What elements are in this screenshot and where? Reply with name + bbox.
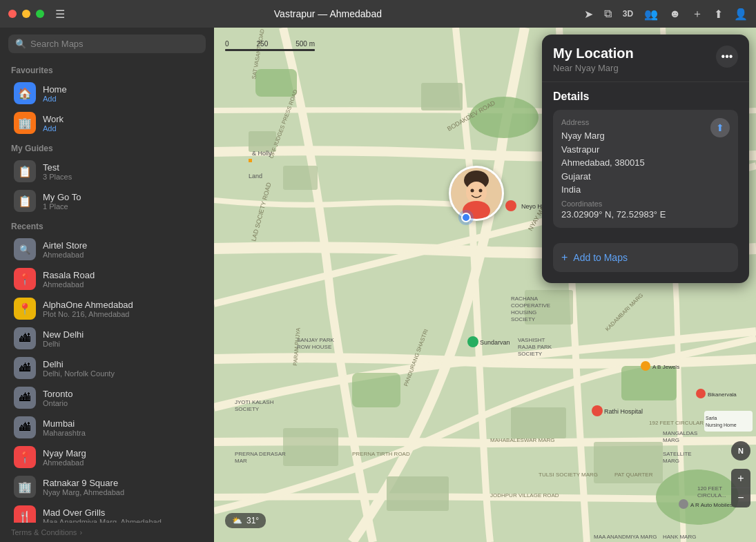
- terms-footer[interactable]: Terms & Conditions ›: [0, 523, 214, 542]
- compass-button[interactable]: N: [731, 441, 750, 461]
- svg-text:SOCIETY: SOCIETY: [511, 316, 536, 322]
- nyaymarg-sub: Ahmedabad: [43, 458, 86, 467]
- add-marker-icon[interactable]: ☻: [669, 8, 681, 20]
- svg-text:Sundarvan: Sundarvan: [480, 339, 510, 346]
- sidebar-item-rasala[interactable]: 📍 Rasala Road Ahmedabad: [4, 264, 210, 293]
- address-share-button[interactable]: ⬆: [710, 118, 730, 137]
- zoom-out-button[interactable]: −: [731, 488, 750, 507]
- ratnakar-sub: Nyay Marg, Ahmedabad: [43, 488, 124, 496]
- svg-point-88: [479, 189, 483, 193]
- nyaymarg-title: Nyay Marg: [43, 448, 86, 458]
- sidebar-item-ratnakar[interactable]: 🏢 Ratnakar 9 Square Nyay Marg, Ahmedabad: [4, 472, 210, 501]
- home-sub: Add: [43, 95, 67, 103]
- svg-text:Rathi Hospital: Rathi Hospital: [604, 408, 643, 415]
- svg-text:VASHISHT: VASHISHT: [518, 337, 545, 343]
- svg-rect-2: [255, 69, 297, 97]
- alphaone-title: AlphaOne Ahmedabad: [43, 300, 133, 310]
- svg-text:MAA ANANDMIYA MARG: MAA ANANDMIYA MARG: [594, 534, 657, 540]
- svg-text:120 FEET: 120 FEET: [697, 485, 722, 492]
- close-button[interactable]: [8, 10, 17, 18]
- more-button[interactable]: •••: [716, 46, 738, 68]
- sidebar-item-madover[interactable]: 🍴 Mad Over Grills Maa Anandmiya Marg, Ah…: [4, 502, 210, 523]
- sidebar-item-nyaymarg[interactable]: 📍 Nyay Marg Ahmedabad: [4, 443, 210, 472]
- location-icon[interactable]: ➤: [584, 8, 593, 21]
- sidebar-toggle-icon[interactable]: ☰: [55, 8, 65, 21]
- newdelhi-text: New Delhi Delhi: [43, 329, 84, 348]
- plus-icon[interactable]: ＋: [692, 7, 703, 21]
- mumbai-icon: 🏙: [14, 416, 36, 438]
- svg-text:MARG: MARG: [663, 458, 679, 464]
- svg-text:MANGALDAS: MANGALDAS: [663, 430, 697, 436]
- sidebar-item-toronto[interactable]: 🏙 Toronto Ontario: [4, 383, 210, 412]
- scale-labels: 0 250 500 m: [225, 40, 315, 48]
- title-bar-center: Vastrapur — Ahmedabad: [72, 8, 584, 19]
- sidebar-item-work[interactable]: 🏢 Work Add: [4, 108, 210, 137]
- layers-icon[interactable]: ⧉: [604, 8, 612, 20]
- maximize-button[interactable]: [36, 10, 44, 18]
- svg-rect-15: [511, 407, 566, 438]
- toronto-title: Toronto: [43, 389, 72, 399]
- ratnakar-icon: 🏢: [14, 476, 36, 498]
- svg-point-87: [471, 189, 474, 193]
- add-to-maps-button[interactable]: + Add to Maps: [553, 243, 738, 272]
- svg-text:PRERNA DERASAR: PRERNA DERASAR: [235, 451, 286, 457]
- details-section: Details Address Nyay Marg Vastrapur Ahme…: [542, 82, 749, 243]
- home-icon: 🏠: [14, 82, 36, 104]
- svg-text:RAJAB PARK: RAJAB PARK: [518, 344, 552, 350]
- share-icon[interactable]: ⬆: [714, 8, 723, 21]
- threed-icon[interactable]: 3D: [623, 9, 633, 19]
- sidebar-item-test[interactable]: 📋 Test 3 Places: [4, 157, 210, 186]
- mumbai-text: Mumbai Maharashtra: [43, 418, 86, 437]
- sidebar-item-airtel[interactable]: 🔍 Airtel Store Ahmedabad: [4, 235, 210, 264]
- coord-value: 23.02909° N, 72.52983° E: [561, 209, 730, 220]
- svg-text:PAT QUARTER: PAT QUARTER: [614, 472, 653, 478]
- recents-label: Recents: [0, 216, 214, 234]
- people-icon[interactable]: 👥: [644, 8, 658, 21]
- scale-bar: 0 250 500 m: [225, 40, 315, 51]
- svg-rect-12: [283, 428, 338, 466]
- svg-text:MAHABALESWAR MARG: MAHABALESWAR MARG: [490, 437, 555, 443]
- sidebar-item-mygoto[interactable]: 📋 My Go To 1 Place: [4, 186, 210, 215]
- svg-text:SATELLITE: SATELLITE: [663, 451, 692, 457]
- coord-label: Coordinates: [561, 200, 730, 208]
- weather-icon: ⛅: [232, 516, 242, 525]
- sidebar-item-delhi[interactable]: 🏙 Delhi Delhi, Norfolk County: [4, 354, 210, 383]
- svg-point-45: [592, 405, 603, 416]
- location-dot: [461, 213, 471, 222]
- map-area[interactable]: BODAKDEV ROAD LAD SOCIETY ROAD NYAY MARG…: [214, 28, 756, 542]
- svg-text:RACHANA: RACHANA: [511, 296, 539, 302]
- sidebar-item-newdelhi[interactable]: 🏙 New Delhi Delhi: [4, 324, 210, 353]
- search-bar[interactable]: 🔍 Search Maps: [8, 35, 206, 53]
- ratnakar-text: Ratnakar 9 Square Nyay Marg, Ahmedabad: [43, 478, 124, 496]
- address-line4: Gujarat: [561, 171, 591, 182]
- sidebar-content: Favourites 🏠 Home Add 🏢 Work Add My Guid…: [0, 60, 214, 523]
- newdelhi-icon: 🏙: [14, 327, 36, 349]
- address-line5: India: [561, 184, 581, 195]
- minimize-button[interactable]: [22, 10, 30, 18]
- madover-text: Mad Over Grills Maa Anandmiya Marg, Ahme…: [43, 507, 162, 523]
- ratnakar-title: Ratnakar 9 Square: [43, 478, 124, 488]
- test-title: Test: [43, 162, 72, 173]
- mumbai-sub: Maharashtra: [43, 429, 86, 437]
- terms-arrow: ›: [79, 528, 82, 536]
- svg-rect-4: [621, 366, 677, 400]
- work-title: Work: [43, 114, 64, 124]
- scale-0: 0: [225, 40, 229, 48]
- work-icon: 🏢: [14, 112, 36, 134]
- svg-text:& Holly: & Holly: [252, 150, 272, 157]
- rasala-title: Rasala Road: [43, 270, 95, 280]
- svg-point-54: [679, 499, 688, 509]
- test-text: Test 3 Places: [43, 162, 72, 181]
- sidebar-item-home[interactable]: 🏠 Home Add: [4, 79, 210, 108]
- svg-point-86: [466, 182, 487, 204]
- info-card-subtitle: Near Nyay Marg: [553, 63, 634, 73]
- sidebar-item-mumbai[interactable]: 🏙 Mumbai Maharashtra: [4, 413, 210, 442]
- sidebar-item-alphaone[interactable]: 📍 AlphaOne Ahmedabad Plot No. 216, Ahmed…: [4, 294, 210, 323]
- svg-rect-8: [421, 83, 463, 110]
- scale-500: 500 m: [295, 40, 315, 48]
- zoom-in-button[interactable]: +: [731, 469, 750, 488]
- search-input[interactable]: Search Maps: [30, 39, 84, 49]
- info-card: My Location Near Nyay Marg ••• Details A…: [542, 35, 749, 283]
- profile-icon[interactable]: 👤: [734, 8, 748, 21]
- svg-text:HANK MARG: HANK MARG: [663, 534, 696, 540]
